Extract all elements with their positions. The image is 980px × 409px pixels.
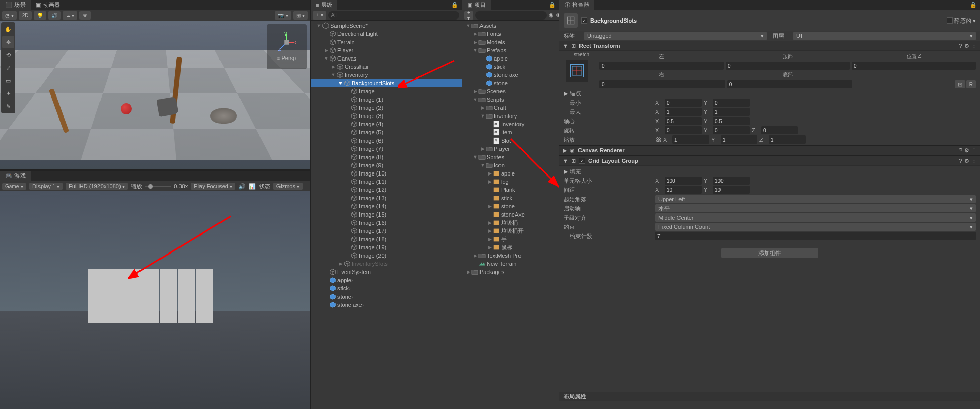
foldout-icon[interactable]: ▶ (487, 204, 493, 209)
bottom-field[interactable] (727, 80, 853, 88)
foldout-icon[interactable]: ▼ (563, 158, 568, 164)
list-item[interactable]: Image (14) (311, 202, 462, 210)
scene-light-toggle[interactable]: 💡 (34, 11, 46, 20)
vsync-icon[interactable]: 📊 (249, 183, 256, 190)
foldout-icon[interactable]: ▼ (472, 154, 478, 160)
scene-view[interactable]: ✋ ✥ ⟲ ⤢ ▭ ✦ ✎ x y (0, 21, 310, 169)
list-item[interactable]: stoneAxe (462, 210, 559, 219)
list-item[interactable]: Directional Light (311, 30, 462, 38)
rot-z[interactable] (761, 126, 798, 134)
foldout-icon[interactable]: ▶ (472, 31, 478, 36)
filter-icon[interactable]: ◉ (549, 12, 554, 18)
list-item[interactable]: New Terrain (462, 260, 559, 268)
link-icon[interactable]: ⛓ (655, 137, 661, 143)
foldout-icon[interactable]: ▶ (487, 179, 493, 184)
list-item[interactable]: ▼BackgroundSlots (311, 79, 462, 87)
list-item[interactable]: ▼Inventory (311, 71, 462, 79)
foldout-icon[interactable]: ▶ (487, 220, 493, 225)
scene-gizmos-dropdown[interactable]: ⊞ ▾ (293, 11, 308, 20)
list-item[interactable]: EventSystem (311, 268, 462, 276)
tool-hand[interactable]: ✋ (2, 23, 14, 35)
list-item[interactable]: ▼Sprites (462, 153, 559, 161)
preset-icon[interactable]: ⚙ (964, 43, 969, 49)
menu-icon[interactable]: ⋮ (971, 43, 977, 49)
chevron-right-icon[interactable]: › (351, 294, 353, 300)
lock-icon[interactable]: 🔒 (549, 2, 556, 8)
scene-object-stone[interactable] (210, 108, 237, 124)
grid-layout-header[interactable]: ▼ ⊞ Grid Layout Group ?⚙⋮ (559, 155, 980, 166)
foldout-icon[interactable]: ▶ (479, 146, 486, 151)
child-align-dropdown[interactable]: Middle Center▾ (655, 213, 976, 222)
list-item[interactable]: ▶log (462, 178, 559, 186)
start-axis-dropdown[interactable]: 水平▾ (655, 204, 976, 212)
list-item[interactable]: ▼Inventory (462, 112, 559, 120)
create-dropdown[interactable]: + ▾ (313, 11, 326, 20)
list-item[interactable]: Image (17) (311, 227, 462, 235)
foldout-icon[interactable]: ▼ (479, 113, 486, 119)
list-item[interactable]: Image (20) (311, 251, 462, 260)
constraint-count-field[interactable] (655, 232, 976, 240)
list-item[interactable]: ▶Player (462, 145, 559, 153)
foldout-icon[interactable]: ▶ (564, 168, 568, 175)
menu-icon[interactable]: ⋮ (971, 158, 977, 164)
list-item[interactable]: Image (311, 87, 462, 95)
anchor-max-x[interactable] (665, 108, 702, 116)
list-item[interactable]: apple› (311, 276, 462, 284)
list-item[interactable]: ▼Icon (462, 161, 559, 169)
foldout-icon[interactable]: ▼ (472, 48, 478, 53)
list-item[interactable]: ▼Assets (462, 22, 559, 30)
chevron-right-icon[interactable]: › (362, 302, 364, 308)
foldout-icon[interactable]: ▶ (487, 237, 493, 242)
rot-y[interactable] (713, 126, 750, 134)
tool-move[interactable]: ✥ (2, 36, 14, 48)
scale-slider[interactable] (145, 186, 171, 187)
help-icon[interactable]: ? (959, 147, 962, 154)
constraint-dropdown[interactable]: Fixed Column Count▾ (655, 223, 976, 231)
spacing-y[interactable] (713, 186, 750, 194)
panel-menu-icon[interactable]: ⋮ (971, 2, 977, 8)
scale-y[interactable] (721, 135, 757, 144)
scene-hidden-toggle[interactable]: 👁 (79, 11, 91, 20)
foldout-icon[interactable]: ▶ (563, 147, 567, 154)
list-item[interactable]: ▶Fonts (462, 30, 559, 38)
foldout-icon[interactable]: ▶ (487, 228, 493, 233)
list-item[interactable]: Image (11) (311, 178, 462, 186)
active-checkbox[interactable] (581, 17, 587, 24)
scene-object-axe-head[interactable] (156, 96, 178, 117)
list-item[interactable]: stone› (311, 293, 462, 301)
list-item[interactable]: stick (462, 194, 559, 202)
list-item[interactable]: Image (4) (311, 120, 462, 128)
list-item[interactable]: ▶Models (462, 38, 559, 46)
status-label[interactable]: 状态 (259, 183, 270, 190)
chevron-right-icon[interactable]: › (349, 285, 351, 291)
anchor-preset-button[interactable] (566, 60, 588, 82)
list-item[interactable]: stick (462, 63, 559, 71)
help-icon[interactable]: ? (959, 158, 962, 164)
list-item[interactable]: Image (7) (311, 145, 462, 153)
list-item[interactable]: Image (16) (311, 219, 462, 227)
canvas-renderer-header[interactable]: ▶ ◉ Canvas Renderer ?⚙⋮ (559, 145, 980, 155)
anchor-max-y[interactable] (713, 108, 750, 116)
anchor-min-x[interactable] (665, 99, 702, 107)
tag-dropdown[interactable]: Untagged▾ (584, 32, 767, 40)
posz-field[interactable] (852, 62, 976, 70)
game-view[interactable] (0, 191, 310, 409)
scene-shading-dropdown[interactable]: ◔ ▾ (2, 11, 17, 20)
gizmos-dropdown[interactable]: Gizmos ▾ (273, 183, 303, 190)
scene-2d-toggle[interactable]: 2D (19, 11, 32, 20)
tab-animator[interactable]: ▣ 动画器 (31, 0, 65, 10)
preset-icon[interactable]: ⚙ (964, 147, 969, 154)
rect-transform-header[interactable]: ▼ ⊞ Rect Transform ?⚙⋮ (559, 41, 980, 51)
foldout-icon[interactable]: ▼ (337, 81, 344, 86)
list-item[interactable]: ▶垃圾桶 (462, 219, 559, 227)
list-item[interactable]: stone axe› (311, 301, 462, 309)
pivot-y[interactable] (713, 117, 750, 125)
scene-fx-toggle[interactable]: ☁ ▾ (63, 11, 78, 20)
list-item[interactable]: Image (13) (311, 194, 462, 202)
foldout-icon[interactable]: ▶ (337, 261, 344, 266)
list-item[interactable]: Image (19) (311, 243, 462, 251)
foldout-icon[interactable]: ▶ (472, 89, 478, 94)
start-corner-dropdown[interactable]: Upper Left▾ (655, 195, 976, 203)
list-item[interactable]: Image (18) (311, 235, 462, 243)
scene-camera-dropdown[interactable]: 📷 ▾ (275, 11, 291, 20)
